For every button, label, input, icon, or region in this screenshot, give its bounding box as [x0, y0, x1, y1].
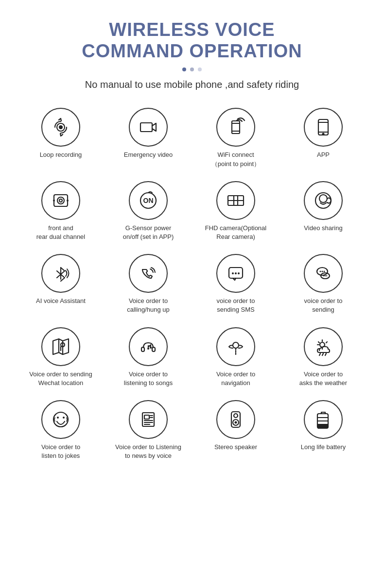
voice-navigation-icon — [216, 327, 255, 366]
voice-wechat-label: Voice order to sending Wechat location — [29, 370, 92, 387]
voice-wechat-icon — [41, 327, 80, 366]
svg-rect-4 — [318, 119, 328, 135]
svg-rect-2 — [140, 123, 152, 132]
wifi-connect-label: WiFi connect （point to point） — [211, 151, 260, 168]
svg-rect-3 — [232, 121, 240, 134]
svg-point-25 — [320, 271, 321, 272]
feature-voice-songs: Voice order to listening to songs — [105, 323, 192, 391]
svg-point-21 — [232, 272, 234, 274]
svg-text:ON: ON — [143, 197, 154, 204]
svg-line-49 — [322, 353, 323, 355]
svg-point-53 — [63, 417, 65, 419]
svg-point-1 — [59, 126, 62, 129]
voice-calling-label: Voice order to calling/hung up — [127, 297, 169, 314]
svg-point-52 — [57, 417, 59, 419]
svg-point-62 — [234, 414, 238, 418]
voice-weather-icon — [304, 327, 343, 366]
feature-voice-news: Voice order to Listening to news by voic… — [105, 396, 192, 464]
svg-point-12 — [67, 200, 69, 202]
feature-g-sensor: ON G-Sensor power on/off (set in APP) — [105, 177, 192, 245]
voice-navigation-label: Voice order to navigation — [216, 370, 255, 387]
svg-point-9 — [57, 197, 64, 204]
feature-voice-calling: Voice order to calling/hung up — [105, 250, 192, 318]
svg-point-11 — [53, 200, 55, 202]
g-sensor-icon: ON — [129, 181, 168, 220]
svg-point-27 — [324, 271, 325, 272]
voice-calling-icon — [129, 254, 168, 293]
svg-point-10 — [59, 199, 62, 202]
app-label: APP — [317, 151, 330, 159]
fhd-camera-label: FHD camera(Optional Rear camera) — [205, 224, 266, 241]
feature-wifi-connect: WiFi connect （point to point） — [192, 104, 279, 172]
feature-voice-navigation: Voice order to navigation — [192, 323, 279, 391]
page-indicator — [182, 67, 202, 71]
app-icon — [304, 108, 343, 147]
svg-rect-55 — [144, 415, 149, 419]
voice-sending-icon — [304, 254, 343, 293]
svg-rect-69 — [317, 424, 328, 428]
feature-emergency-video: Emergency video — [105, 104, 192, 172]
feature-app: APP — [279, 104, 367, 172]
features-grid: Loop recording Emergency video WiFi conn… — [10, 104, 374, 464]
feature-loop-recording: Loop recording — [17, 104, 105, 172]
svg-point-23 — [238, 272, 240, 274]
loop-recording-label: Loop recording — [40, 151, 82, 159]
voice-jokes-icon — [41, 400, 80, 439]
feature-ai-voice: AI voice Assistant — [17, 250, 105, 318]
dot-2 — [190, 67, 194, 71]
svg-point-30 — [325, 275, 326, 276]
svg-point-40 — [150, 347, 152, 349]
feature-voice-sms: voice order to sending SMS — [192, 250, 279, 318]
voice-weather-label: Voice order to asks the weather — [299, 370, 347, 387]
video-sharing-label: Video sharing — [304, 224, 342, 233]
feature-voice-wechat: Voice order to sending Wechat location — [17, 323, 105, 391]
voice-news-label: Voice order to Listening to news by voic… — [115, 443, 181, 460]
ai-voice-label: AI voice Assistant — [36, 297, 86, 305]
svg-point-26 — [322, 271, 323, 272]
svg-line-48 — [319, 353, 320, 355]
svg-line-47 — [318, 342, 319, 343]
voice-jokes-label: Voice order to listen to jokes — [41, 443, 80, 460]
svg-point-31 — [326, 275, 327, 276]
emergency-video-label: Emergency video — [124, 151, 173, 159]
video-sharing-icon — [304, 181, 343, 220]
svg-point-41 — [233, 342, 239, 348]
dot-1 — [182, 67, 186, 71]
feature-front-rear: front and rear dual channel — [17, 177, 105, 245]
long-battery-icon — [304, 400, 343, 439]
svg-point-29 — [323, 275, 324, 276]
front-rear-icon — [41, 181, 80, 220]
front-rear-label: front and rear dual channel — [36, 224, 85, 241]
svg-line-50 — [325, 353, 326, 355]
stereo-speaker-icon — [216, 400, 255, 439]
long-battery-label: Long life battery — [301, 443, 346, 452]
voice-sms-icon — [216, 254, 255, 293]
voice-sending-label: voice order to sending — [304, 297, 343, 314]
feature-long-battery: Long life battery — [279, 396, 367, 464]
feature-stereo-speaker: Stereo speaker — [192, 396, 279, 464]
ai-voice-icon — [41, 254, 80, 293]
svg-point-7 — [323, 134, 324, 135]
fhd-camera-icon — [216, 181, 255, 220]
voice-songs-icon — [129, 327, 168, 366]
wifi-connect-icon — [216, 108, 255, 147]
feature-fhd-camera: FHD camera(Optional Rear camera) — [192, 177, 279, 245]
voice-news-icon — [129, 400, 168, 439]
subtitle: No manual to use mobile phone ,and safet… — [85, 79, 299, 90]
svg-line-46 — [326, 342, 327, 343]
feature-voice-jokes: Voice order to listen to jokes — [17, 396, 105, 464]
feature-voice-weather: Voice order to asks the weather — [279, 323, 367, 391]
voice-songs-label: Voice order to listening to songs — [124, 370, 173, 387]
svg-rect-8 — [54, 195, 68, 206]
loop-recording-icon — [41, 108, 80, 147]
dot-3 — [198, 67, 202, 71]
feature-voice-sending: voice order to sending — [279, 250, 367, 318]
svg-point-64 — [235, 421, 237, 423]
page-title: WIRELESS VOICE COMMAND OPERATION — [82, 19, 302, 62]
g-sensor-label: G-Sensor power on/off (set in APP) — [123, 224, 174, 241]
svg-point-22 — [235, 272, 237, 274]
svg-point-39 — [147, 348, 149, 350]
voice-sms-label: voice order to sending SMS — [217, 297, 255, 314]
emergency-video-icon — [129, 108, 168, 147]
stereo-speaker-label: Stereo speaker — [214, 443, 257, 452]
